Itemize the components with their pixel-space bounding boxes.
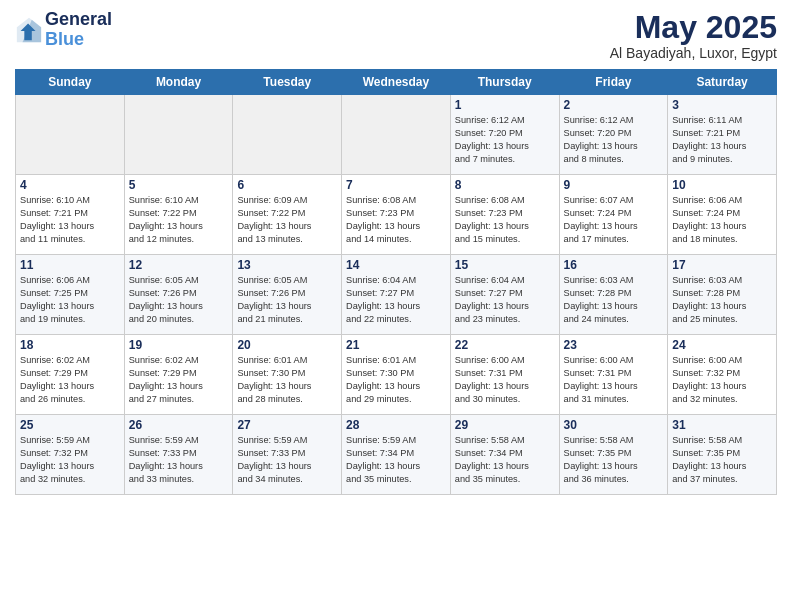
cell-w3-d5: 15Sunrise: 6:04 AM Sunset: 7:27 PM Dayli… <box>450 255 559 335</box>
cell-w5-d6: 30Sunrise: 5:58 AM Sunset: 7:35 PM Dayli… <box>559 415 668 495</box>
calendar-table: Sunday Monday Tuesday Wednesday Thursday… <box>15 69 777 495</box>
cell-w2-d3: 6Sunrise: 6:09 AM Sunset: 7:22 PM Daylig… <box>233 175 342 255</box>
cell-w5-d3: 27Sunrise: 5:59 AM Sunset: 7:33 PM Dayli… <box>233 415 342 495</box>
cell-w4-d7: 24Sunrise: 6:00 AM Sunset: 7:32 PM Dayli… <box>668 335 777 415</box>
day-info: Sunrise: 6:02 AM Sunset: 7:29 PM Dayligh… <box>129 354 229 406</box>
day-number: 7 <box>346 178 446 192</box>
day-number: 13 <box>237 258 337 272</box>
week-row-5: 25Sunrise: 5:59 AM Sunset: 7:32 PM Dayli… <box>16 415 777 495</box>
cell-w2-d1: 4Sunrise: 6:10 AM Sunset: 7:21 PM Daylig… <box>16 175 125 255</box>
day-number: 5 <box>129 178 229 192</box>
col-sunday: Sunday <box>16 70 125 95</box>
cell-w1-d1 <box>16 95 125 175</box>
day-info: Sunrise: 6:08 AM Sunset: 7:23 PM Dayligh… <box>455 194 555 246</box>
day-number: 21 <box>346 338 446 352</box>
day-number: 6 <box>237 178 337 192</box>
cell-w5-d4: 28Sunrise: 5:59 AM Sunset: 7:34 PM Dayli… <box>342 415 451 495</box>
day-number: 11 <box>20 258 120 272</box>
logo-text: General Blue <box>45 10 112 50</box>
month-title: May 2025 <box>610 10 777 45</box>
day-info: Sunrise: 6:00 AM Sunset: 7:31 PM Dayligh… <box>564 354 664 406</box>
day-number: 27 <box>237 418 337 432</box>
day-number: 23 <box>564 338 664 352</box>
cell-w2-d7: 10Sunrise: 6:06 AM Sunset: 7:24 PM Dayli… <box>668 175 777 255</box>
cell-w3-d4: 14Sunrise: 6:04 AM Sunset: 7:27 PM Dayli… <box>342 255 451 335</box>
day-info: Sunrise: 6:00 AM Sunset: 7:32 PM Dayligh… <box>672 354 772 406</box>
day-number: 31 <box>672 418 772 432</box>
cell-w3-d7: 17Sunrise: 6:03 AM Sunset: 7:28 PM Dayli… <box>668 255 777 335</box>
day-info: Sunrise: 6:06 AM Sunset: 7:24 PM Dayligh… <box>672 194 772 246</box>
day-info: Sunrise: 6:02 AM Sunset: 7:29 PM Dayligh… <box>20 354 120 406</box>
day-info: Sunrise: 5:58 AM Sunset: 7:35 PM Dayligh… <box>672 434 772 486</box>
day-info: Sunrise: 6:10 AM Sunset: 7:22 PM Dayligh… <box>129 194 229 246</box>
calendar-page: General Blue May 2025 Al Bayadiyah, Luxo… <box>0 0 792 612</box>
logo-line1: General <box>45 10 112 30</box>
day-info: Sunrise: 5:59 AM Sunset: 7:33 PM Dayligh… <box>237 434 337 486</box>
day-info: Sunrise: 5:59 AM Sunset: 7:33 PM Dayligh… <box>129 434 229 486</box>
cell-w4-d2: 19Sunrise: 6:02 AM Sunset: 7:29 PM Dayli… <box>124 335 233 415</box>
cell-w3-d2: 12Sunrise: 6:05 AM Sunset: 7:26 PM Dayli… <box>124 255 233 335</box>
title-block: May 2025 Al Bayadiyah, Luxor, Egypt <box>610 10 777 61</box>
cell-w5-d1: 25Sunrise: 5:59 AM Sunset: 7:32 PM Dayli… <box>16 415 125 495</box>
cell-w1-d7: 3Sunrise: 6:11 AM Sunset: 7:21 PM Daylig… <box>668 95 777 175</box>
week-row-3: 11Sunrise: 6:06 AM Sunset: 7:25 PM Dayli… <box>16 255 777 335</box>
cell-w5-d5: 29Sunrise: 5:58 AM Sunset: 7:34 PM Dayli… <box>450 415 559 495</box>
day-info: Sunrise: 5:58 AM Sunset: 7:34 PM Dayligh… <box>455 434 555 486</box>
cell-w2-d2: 5Sunrise: 6:10 AM Sunset: 7:22 PM Daylig… <box>124 175 233 255</box>
cell-w1-d4 <box>342 95 451 175</box>
header-row: Sunday Monday Tuesday Wednesday Thursday… <box>16 70 777 95</box>
day-info: Sunrise: 5:59 AM Sunset: 7:34 PM Dayligh… <box>346 434 446 486</box>
col-saturday: Saturday <box>668 70 777 95</box>
cell-w4-d5: 22Sunrise: 6:00 AM Sunset: 7:31 PM Dayli… <box>450 335 559 415</box>
header: General Blue May 2025 Al Bayadiyah, Luxo… <box>15 10 777 61</box>
cell-w4-d4: 21Sunrise: 6:01 AM Sunset: 7:30 PM Dayli… <box>342 335 451 415</box>
cell-w4-d1: 18Sunrise: 6:02 AM Sunset: 7:29 PM Dayli… <box>16 335 125 415</box>
day-info: Sunrise: 5:59 AM Sunset: 7:32 PM Dayligh… <box>20 434 120 486</box>
cell-w1-d6: 2Sunrise: 6:12 AM Sunset: 7:20 PM Daylig… <box>559 95 668 175</box>
day-number: 15 <box>455 258 555 272</box>
day-info: Sunrise: 6:05 AM Sunset: 7:26 PM Dayligh… <box>237 274 337 326</box>
col-friday: Friday <box>559 70 668 95</box>
day-info: Sunrise: 6:07 AM Sunset: 7:24 PM Dayligh… <box>564 194 664 246</box>
day-number: 30 <box>564 418 664 432</box>
day-info: Sunrise: 6:06 AM Sunset: 7:25 PM Dayligh… <box>20 274 120 326</box>
logo-line2: Blue <box>45 30 112 50</box>
week-row-1: 1Sunrise: 6:12 AM Sunset: 7:20 PM Daylig… <box>16 95 777 175</box>
day-info: Sunrise: 6:01 AM Sunset: 7:30 PM Dayligh… <box>346 354 446 406</box>
day-info: Sunrise: 6:12 AM Sunset: 7:20 PM Dayligh… <box>455 114 555 166</box>
day-number: 12 <box>129 258 229 272</box>
day-info: Sunrise: 6:09 AM Sunset: 7:22 PM Dayligh… <box>237 194 337 246</box>
logo-icon <box>15 16 43 44</box>
day-number: 29 <box>455 418 555 432</box>
cell-w1-d3 <box>233 95 342 175</box>
day-number: 10 <box>672 178 772 192</box>
day-info: Sunrise: 6:11 AM Sunset: 7:21 PM Dayligh… <box>672 114 772 166</box>
day-info: Sunrise: 6:03 AM Sunset: 7:28 PM Dayligh… <box>564 274 664 326</box>
day-number: 16 <box>564 258 664 272</box>
day-number: 9 <box>564 178 664 192</box>
day-info: Sunrise: 6:08 AM Sunset: 7:23 PM Dayligh… <box>346 194 446 246</box>
col-monday: Monday <box>124 70 233 95</box>
day-number: 8 <box>455 178 555 192</box>
cell-w5-d2: 26Sunrise: 5:59 AM Sunset: 7:33 PM Dayli… <box>124 415 233 495</box>
day-number: 26 <box>129 418 229 432</box>
day-info: Sunrise: 5:58 AM Sunset: 7:35 PM Dayligh… <box>564 434 664 486</box>
cell-w1-d5: 1Sunrise: 6:12 AM Sunset: 7:20 PM Daylig… <box>450 95 559 175</box>
day-number: 19 <box>129 338 229 352</box>
col-tuesday: Tuesday <box>233 70 342 95</box>
day-number: 25 <box>20 418 120 432</box>
week-row-4: 18Sunrise: 6:02 AM Sunset: 7:29 PM Dayli… <box>16 335 777 415</box>
cell-w2-d4: 7Sunrise: 6:08 AM Sunset: 7:23 PM Daylig… <box>342 175 451 255</box>
day-info: Sunrise: 6:04 AM Sunset: 7:27 PM Dayligh… <box>346 274 446 326</box>
day-number: 17 <box>672 258 772 272</box>
day-info: Sunrise: 6:03 AM Sunset: 7:28 PM Dayligh… <box>672 274 772 326</box>
cell-w4-d6: 23Sunrise: 6:00 AM Sunset: 7:31 PM Dayli… <box>559 335 668 415</box>
cell-w3-d1: 11Sunrise: 6:06 AM Sunset: 7:25 PM Dayli… <box>16 255 125 335</box>
location-subtitle: Al Bayadiyah, Luxor, Egypt <box>610 45 777 61</box>
day-info: Sunrise: 6:12 AM Sunset: 7:20 PM Dayligh… <box>564 114 664 166</box>
cell-w3-d6: 16Sunrise: 6:03 AM Sunset: 7:28 PM Dayli… <box>559 255 668 335</box>
cell-w3-d3: 13Sunrise: 6:05 AM Sunset: 7:26 PM Dayli… <box>233 255 342 335</box>
day-info: Sunrise: 6:00 AM Sunset: 7:31 PM Dayligh… <box>455 354 555 406</box>
day-number: 14 <box>346 258 446 272</box>
day-number: 2 <box>564 98 664 112</box>
